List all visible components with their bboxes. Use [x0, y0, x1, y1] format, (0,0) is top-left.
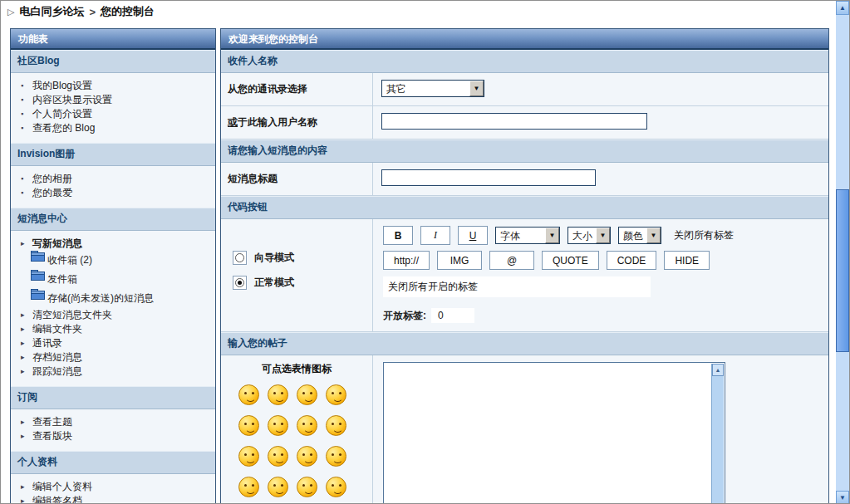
bbcode--button[interactable]: @ [489, 251, 534, 270]
emoticon-sweat-drop-icon[interactable] [268, 446, 288, 467]
emoticon-sad-icon[interactable] [238, 477, 259, 497]
emoticon-shocked-icon[interactable] [326, 384, 346, 405]
size-select[interactable]: 大小 ▼ [567, 227, 611, 244]
sidebar-item[interactable]: ▪我的Blog设置 [21, 79, 212, 93]
sidebar-item[interactable]: ▸查看主题 [21, 415, 212, 429]
triangle-right-icon: ▷ [7, 7, 14, 17]
sidebar-item-label: 内容区块显示设置 [32, 93, 112, 107]
sidebar-item-label: 清空短消息文件夹 [32, 308, 112, 322]
sidebar-item[interactable]: ▸编辑签名档 [21, 494, 212, 504]
emoticon-smile-icon[interactable] [238, 384, 259, 405]
arrow-bullet-icon: ▸ [21, 336, 32, 350]
arrow-bullet-icon: ▸ [21, 429, 32, 443]
open-tags-label: 开放标签: [383, 309, 426, 323]
close-open-tags-link[interactable]: 关闭所有开启的标签 [383, 276, 651, 297]
radio-icon[interactable] [233, 251, 247, 265]
address-book-select[interactable]: 其它 ▼ [381, 80, 484, 97]
sidebar-item[interactable]: ▪内容区块显示设置 [21, 93, 212, 107]
bbcode-code-button[interactable]: CODE [607, 251, 657, 270]
textarea-scrollbar[interactable]: ▲ [711, 364, 724, 504]
font-select[interactable]: 字体 ▼ [495, 227, 560, 244]
normal-mode-label: 正常模式 [254, 276, 294, 290]
scroll-up-icon[interactable]: ▲ [712, 364, 724, 376]
emoticon-tongue-out-icon[interactable] [268, 384, 288, 405]
emoticon-thinking-icon[interactable] [297, 477, 317, 497]
sidebar-item[interactable]: ▪您的相册 [21, 172, 212, 186]
sidebar-item[interactable]: ▪查看您的 Blog [21, 121, 212, 135]
message-title-input[interactable] [381, 169, 596, 186]
folder-icon [31, 251, 45, 262]
recipient-section-header: 收件人名称 [221, 50, 828, 73]
scrollbar-thumb[interactable] [836, 189, 849, 352]
emoticon-photographer-icon[interactable] [297, 415, 317, 436]
emoticon-scream-icon[interactable] [268, 415, 288, 436]
sidebar-item[interactable]: ▪您的最爱 [21, 186, 212, 200]
scroll-down-icon[interactable]: ▼ [836, 491, 849, 504]
sidebar-item[interactable]: ▸清空短消息文件夹 [21, 308, 212, 322]
scroll-up-icon[interactable]: ▲ [836, 1, 849, 15]
square-bullet-icon: ▪ [21, 93, 32, 107]
emoticon-crying-icon[interactable] [297, 384, 317, 405]
emoticon-playful-tongue-icon[interactable] [238, 415, 259, 436]
breadcrumb-current-page[interactable]: 您的控制台 [101, 4, 155, 19]
folder-icon [31, 270, 45, 281]
emoticon-wide-eyes-icon[interactable] [326, 477, 346, 497]
sidebar-item-label: 跟踪短消息 [32, 365, 82, 379]
sidebar-item-label: 我的Blog设置 [32, 79, 92, 93]
chevron-down-icon[interactable]: ▼ [646, 228, 661, 243]
chevron-down-icon[interactable]: ▼ [596, 228, 610, 243]
color-select[interactable]: 颜色 ▼ [618, 227, 661, 244]
sidebar-item[interactable]: 发件箱 [21, 270, 212, 289]
chevron-down-icon[interactable]: ▼ [469, 81, 484, 96]
emoticon-big-laugh-icon[interactable] [238, 446, 259, 467]
code-buttons-section-header: 代码按钮 [221, 196, 828, 219]
page-scrollbar[interactable]: ▲ ▼ [836, 1, 849, 504]
italic-button[interactable]: I [420, 226, 450, 245]
sidebar-section-header: 社区Blog [11, 50, 215, 73]
post-textarea[interactable]: ▲ [383, 362, 725, 504]
sidebar-item[interactable]: ▸通讯录 [21, 336, 212, 350]
emoticon-calm-icon[interactable] [297, 446, 317, 467]
sidebar-item[interactable]: 存储(尚未发送)的短消息 [21, 289, 212, 308]
sidebar-item[interactable]: ▸编辑文件夹 [21, 322, 212, 336]
folder-icon [31, 289, 47, 308]
underline-button[interactable]: U [458, 226, 488, 245]
sidebar-menu-panel: 功能表 社区Blog▪我的Blog设置▪内容区块显示设置▪个人简介设置▪查看您的… [10, 28, 216, 504]
bbcode-quote-button[interactable]: QUOTE [542, 251, 599, 270]
emoticons-label: 可点选表情图标 [221, 362, 372, 376]
sidebar-item[interactable]: ▸查看版块 [21, 429, 212, 443]
post-section-header: 输入您的帖子 [221, 332, 828, 355]
sidebar-section-header: Invision图册 [11, 143, 215, 166]
arrow-bullet-icon: ▸ [21, 480, 32, 494]
square-bullet-icon: ▪ [21, 172, 32, 186]
sidebar-item-label: 查看版块 [32, 429, 72, 443]
sidebar-item[interactable]: 收件箱 (2) [21, 251, 212, 270]
address-book-selected-value: 其它 [382, 81, 469, 96]
message-title-label: 短消息标题 [221, 163, 373, 195]
sidebar-item-label: 发件箱 [47, 272, 77, 287]
wizard-mode-radio[interactable]: 向导模式 [233, 251, 372, 265]
sidebar-item[interactable]: ▸跟踪短消息 [21, 365, 212, 379]
breadcrumb-forum-link[interactable]: 电白同乡论坛 [19, 4, 84, 19]
username-input[interactable] [381, 113, 647, 130]
sidebar-item[interactable]: ▪个人简介设置 [21, 107, 212, 121]
normal-mode-radio[interactable]: 正常模式 [233, 276, 372, 290]
sidebar-item[interactable]: ▸编辑个人资料 [21, 480, 212, 494]
chevron-down-icon[interactable]: ▼ [545, 228, 559, 243]
sidebar-item-label: 编辑签名档 [32, 494, 82, 504]
emoticon-frustrated-icon[interactable] [268, 477, 288, 497]
close-all-tags-link[interactable]: 关闭所有标签 [674, 228, 734, 242]
sidebar-item[interactable]: ▸写新短消息 [21, 237, 212, 251]
main-title: 欢迎来到您的控制台 [221, 29, 828, 50]
radio-icon[interactable] [233, 276, 247, 290]
bbcode-http-button[interactable]: http:// [383, 251, 430, 270]
emoticon-sealed-lips-icon[interactable] [326, 415, 346, 436]
bbcode-hide-button[interactable]: HIDE [664, 251, 710, 270]
sidebar-item-label: 编辑个人资料 [32, 480, 92, 494]
bold-button[interactable]: B [383, 226, 413, 245]
sidebar-item[interactable]: ▸存档短消息 [21, 350, 212, 365]
bbcode-img-button[interactable]: IMG [437, 251, 482, 270]
emoticon-wink-icon[interactable] [326, 446, 346, 467]
message-content-section-header: 请您输入短消息的内容 [221, 139, 828, 163]
arrow-bullet-icon: ▸ [21, 494, 32, 504]
